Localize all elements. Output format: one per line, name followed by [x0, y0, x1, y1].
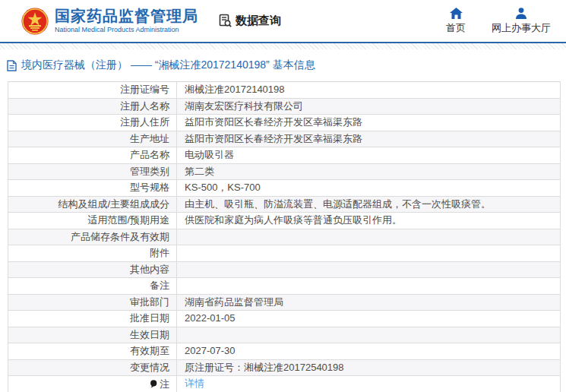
table-row-approval-date: 批准日期 2022-01-05 — [8, 311, 560, 327]
row-label: 结构及组成/主要组成成分 — [8, 197, 177, 213]
site-header: 国家药品监督管理局 National Medical Products Admi… — [0, 0, 566, 43]
row-label: 生效日期 — [8, 327, 177, 343]
table-row-registrant-address: 注册人住所 益阳市资阳区长春经济开发区幸福渠东路 — [8, 115, 560, 131]
row-label: 产品名称 — [8, 147, 177, 163]
row-value: 湖南省药品监督管理局 — [177, 295, 560, 311]
row-value: 详情 — [177, 376, 560, 392]
top-nav: 首页 网上办事大厅 — [446, 8, 551, 35]
table-row-storage-conditions: 产品储存条件及有效期 — [8, 229, 560, 246]
table-row-note: 注 详情 — [8, 376, 560, 392]
row-value: 由主机、吸引瓶、防溢流装置、电源适配器组成，不含一次性吸痰管。 — [177, 197, 560, 213]
nmpa-logo: 国家药品监督管理局 National Medical Products Admi… — [21, 8, 198, 35]
row-value: 益阳市资阳区长春经济开发区幸福渠东路 — [177, 115, 560, 131]
document-icon — [7, 60, 17, 71]
row-label: 有效期至 — [8, 343, 177, 359]
person-icon — [515, 8, 527, 19]
row-label: 注册证编号 — [8, 82, 177, 98]
row-label: 附件 — [8, 245, 177, 261]
table-row-remarks: 备注 — [8, 278, 560, 295]
table-row-production-address: 生产地址 益阳市资阳区长春经济开发区幸福渠东路 — [8, 131, 560, 148]
table-row-change-status: 变更情况 原注册证号：湘械注准20172540198 — [8, 360, 560, 377]
row-label: 型号规格 — [8, 180, 177, 196]
table-row-attachments: 附件 — [8, 245, 560, 262]
row-value — [177, 245, 560, 261]
row-label: 产品储存条件及有效期 — [8, 229, 177, 245]
data-query-icon — [218, 14, 232, 28]
table-row-structure-composition: 结构及组成/主要组成成分 由主机、吸引瓶、防溢流装置、电源适配器组成，不含一次性… — [8, 197, 560, 213]
nav-home[interactable]: 首页 — [446, 8, 466, 35]
row-value — [177, 262, 560, 278]
row-value: 湖南友宏医疗科技有限公司 — [177, 99, 560, 115]
row-value: 益阳市资阳区长春经济开发区幸福渠东路 — [177, 131, 560, 147]
row-value: 2022-01-05 — [177, 311, 560, 327]
row-label: 其他内容 — [8, 262, 177, 278]
row-label: 备注 — [8, 278, 177, 294]
row-value: 湘械注准20172140198 — [177, 82, 560, 98]
national-emblem-icon — [21, 8, 49, 35]
table-row-management-category: 管理类别 第二类 — [8, 164, 560, 181]
note-label: 注 — [160, 377, 169, 392]
row-value: 第二类 — [177, 164, 560, 180]
org-name-en: National Medical Products Administration — [55, 27, 198, 34]
page-title-bar: 境内医疗器械（注册） —— “湘械注准20172140198” 基本信息 — [0, 49, 566, 81]
row-value: KS-500，KS-700 — [177, 180, 560, 196]
table-row-registration-number: 注册证编号 湘械注准20172140198 — [8, 82, 560, 99]
nav-online-service-hall[interactable]: 网上办事大厅 — [492, 8, 551, 35]
table-row-other-content: 其他内容 — [8, 262, 560, 279]
row-label: 批准日期 — [8, 311, 177, 327]
data-query-label: 数据查询 — [236, 14, 281, 28]
row-label: 适用范围/预期用途 — [8, 213, 177, 229]
table-row-approval-department: 审批部门 湖南省药品监督管理局 — [8, 295, 560, 311]
table-row-expiry-date: 有效期至 2027-07-30 — [8, 343, 560, 360]
data-query-menu[interactable]: 数据查询 — [218, 14, 281, 28]
row-value: 2027-07-30 — [177, 343, 560, 359]
row-label: 变更情况 — [8, 360, 177, 376]
row-label: 注册人名称 — [8, 99, 177, 115]
row-value — [177, 327, 560, 343]
row-label: 注册人住所 — [8, 115, 177, 131]
row-value — [177, 278, 560, 294]
org-name-cn: 国家药品监督管理局 — [55, 8, 198, 24]
row-value: 供医院和家庭为病人作吸痰等普通负压吸引作用。 — [177, 213, 560, 229]
row-label: 注 — [8, 376, 177, 392]
registration-info-table: 注册证编号 湘械注准20172140198 注册人名称 湖南友宏医疗科技有限公司… — [8, 81, 561, 392]
home-icon — [450, 8, 463, 19]
nav-home-label: 首页 — [446, 21, 466, 35]
table-row-effective-date: 生效日期 — [8, 327, 560, 344]
row-label: 管理类别 — [8, 164, 177, 180]
note-balloon-icon — [150, 380, 157, 388]
row-value: 电动吸引器 — [177, 147, 560, 163]
detail-link[interactable]: 详情 — [185, 378, 204, 389]
hatched-divider — [0, 43, 566, 49]
row-label: 生产地址 — [8, 131, 177, 147]
row-value — [177, 229, 560, 245]
table-row-registrant-name: 注册人名称 湖南友宏医疗科技有限公司 — [8, 99, 560, 115]
page-title: 境内医疗器械（注册） —— “湘械注准20172140198” 基本信息 — [21, 58, 315, 72]
row-value: 原注册证号：湘械注准20172540198 — [177, 360, 560, 376]
row-label: 审批部门 — [8, 295, 177, 311]
nav-hall-label: 网上办事大厅 — [492, 21, 551, 35]
table-row-intended-use: 适用范围/预期用途 供医院和家庭为病人作吸痰等普通负压吸引作用。 — [8, 213, 560, 229]
table-row-model-spec: 型号规格 KS-500，KS-700 — [8, 180, 560, 197]
table-row-product-name: 产品名称 电动吸引器 — [8, 147, 560, 164]
